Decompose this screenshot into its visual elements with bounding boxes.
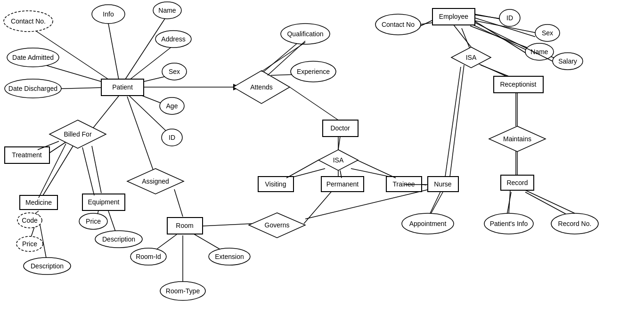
patients-info-text: Patient's Info bbox=[490, 220, 528, 227]
equip-price-text: Price bbox=[86, 218, 101, 225]
medicine-price-text: Price bbox=[22, 240, 37, 248]
svg-line-25 bbox=[203, 224, 252, 226]
svg-line-21 bbox=[174, 189, 183, 217]
treatment-label: Treatment bbox=[12, 151, 41, 159]
room-label: Room bbox=[176, 222, 193, 229]
doctor-label: Doctor bbox=[330, 124, 350, 132]
svg-line-27 bbox=[305, 188, 433, 219]
svg-line-53 bbox=[481, 65, 509, 76]
nurse-label: Nurse bbox=[434, 180, 452, 188]
address-text: Address bbox=[161, 35, 185, 43]
medicine-label: Medicine bbox=[25, 199, 52, 206]
emp-contact-text: Contact No bbox=[382, 21, 415, 28]
maintains-text: Maintains bbox=[503, 135, 531, 143]
emp-sex-text: Sex bbox=[542, 29, 553, 37]
medicine-desc-text: Description bbox=[31, 262, 64, 270]
isa-employee-text: ISA bbox=[466, 54, 477, 61]
attends-text: Attends bbox=[250, 83, 272, 91]
qualification-text: Qualification bbox=[287, 30, 323, 38]
svg-line-12 bbox=[127, 97, 155, 177]
svg-line-66 bbox=[475, 14, 499, 19]
svg-line-2 bbox=[120, 15, 167, 87]
equip-desc-text: Description bbox=[102, 235, 135, 243]
svg-line-29 bbox=[290, 87, 338, 120]
permanent-label: Permanent bbox=[326, 180, 359, 188]
svg-line-59 bbox=[430, 192, 440, 213]
emp-id-text: ID bbox=[506, 14, 513, 22]
svg-line-11 bbox=[92, 94, 120, 129]
record-no-text: Record No. bbox=[558, 220, 592, 227]
medicine-code-text: Code bbox=[22, 217, 38, 224]
svg-line-1 bbox=[108, 24, 120, 87]
svg-line-39 bbox=[470, 24, 532, 53]
date-discharged-text: Date Discharged bbox=[8, 85, 57, 92]
isa-doctor-text: ISA bbox=[333, 156, 344, 164]
svg-line-72 bbox=[82, 147, 94, 195]
patient-label: Patient bbox=[112, 83, 133, 91]
experience-text: Experience bbox=[297, 68, 330, 75]
record-label: Record bbox=[506, 179, 528, 186]
sex-text: Sex bbox=[169, 68, 180, 75]
governs-text: Governs bbox=[265, 221, 290, 229]
name-text: Name bbox=[158, 7, 176, 14]
room-type-text: Room-Type bbox=[166, 287, 200, 295]
billed-for-text: Billed For bbox=[64, 130, 91, 138]
employee-label: Employee bbox=[439, 13, 468, 20]
visiting-label: Visiting bbox=[265, 180, 286, 188]
svg-line-52 bbox=[454, 25, 471, 47]
age-text: Age bbox=[166, 102, 178, 110]
extension-text: Extension bbox=[215, 253, 244, 260]
svg-line-62 bbox=[286, 160, 318, 178]
svg-line-47 bbox=[525, 192, 572, 218]
info-text: Info bbox=[103, 10, 114, 18]
assigned-text: Assigned bbox=[142, 178, 169, 185]
trainee-label: Trainee bbox=[393, 180, 415, 188]
room-id-text: Room-Id bbox=[136, 253, 161, 260]
svg-line-54 bbox=[445, 67, 461, 177]
appointment-text: Appointment bbox=[409, 220, 447, 227]
equipment-label: Equipment bbox=[88, 198, 120, 206]
emp-salary-text: Salary bbox=[558, 57, 577, 65]
svg-line-43 bbox=[450, 65, 464, 177]
contact-no-text: Contact No. bbox=[11, 17, 46, 25]
svg-line-64 bbox=[357, 160, 396, 178]
patient-id-text: ID bbox=[169, 134, 175, 141]
date-admitted-text: Date Admitted bbox=[12, 54, 54, 61]
svg-line-15 bbox=[92, 146, 101, 193]
receptionist-label: Receptionist bbox=[500, 81, 536, 88]
svg-line-58 bbox=[525, 190, 575, 213]
